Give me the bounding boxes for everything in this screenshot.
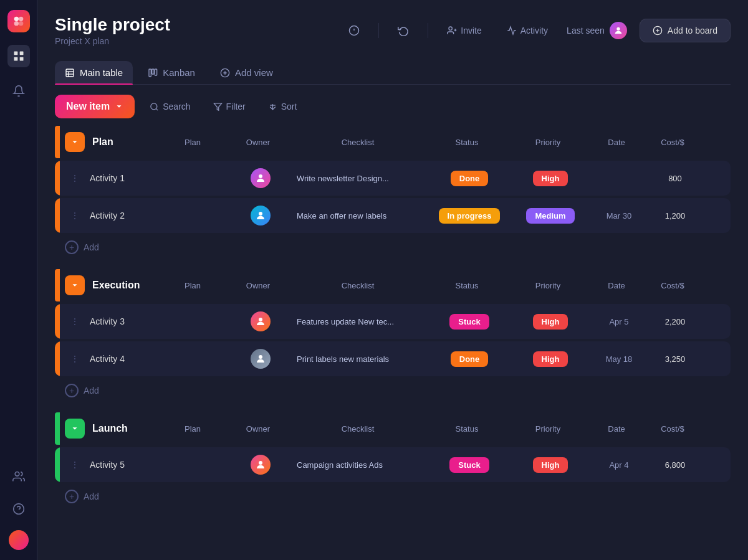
tab-main-table[interactable]: Main table (55, 61, 133, 84)
owner-avatar-activity2[interactable] (251, 206, 271, 225)
col-header-4: Status (426, 138, 507, 147)
col-headers-execution: PlanOwnerChecklistStatusPriorityDateCost… (155, 281, 726, 290)
row-status-activity3[interactable]: Stuck (429, 314, 510, 330)
row-status-activity1[interactable]: Done (429, 171, 510, 186)
row-name-activity1: Activity 1 (87, 173, 229, 183)
group-header-launch: LaunchPlanOwnerChecklistStatusPriorityDa… (55, 412, 731, 445)
col-header-2: Owner (227, 424, 289, 434)
drag-handle-activity2[interactable]: ⋮ (62, 211, 87, 221)
drag-handle-activity1[interactable]: ⋮ (62, 173, 87, 183)
priority-badge-activity1: High (533, 171, 568, 186)
svg-point-2 (14, 21, 18, 26)
tab-add-view[interactable]: Add view (210, 61, 283, 84)
group-plan: PlanPlanOwnerChecklistStatusPriorityDate… (55, 126, 731, 259)
new-item-label: New item (66, 101, 110, 112)
last-seen-button[interactable]: Last seen (567, 22, 627, 39)
row-status-activity2[interactable]: In progress (429, 208, 510, 224)
row-priority-activity1[interactable]: High (510, 171, 591, 186)
header-left: Single project Project X plan (55, 15, 170, 46)
svg-rect-26 (152, 69, 154, 74)
status-badge-activity4: Done (451, 351, 489, 367)
row-priority-activity5[interactable]: High (510, 457, 591, 473)
owner-avatar-activity1[interactable] (251, 168, 271, 188)
tab-kanban-label: Kanban (163, 67, 195, 78)
row-color-bar-activity5 (55, 447, 60, 482)
group-color-bar-execution (55, 269, 60, 301)
col-header-5: Priority (507, 281, 588, 290)
add-row-icon-launch: + (65, 490, 79, 503)
row-date-activity5: Apr 4 (591, 460, 647, 470)
user-avatar[interactable] (9, 530, 29, 550)
row-priority-activity4[interactable]: High (510, 351, 591, 367)
info-button[interactable] (342, 21, 366, 40)
row-owner-activity2 (229, 206, 292, 225)
table-row-activity5[interactable]: ⋮Activity 5Campaign activities AdsStuckH… (55, 447, 731, 482)
toolbar: New item Search Filter Sort (55, 85, 731, 126)
owner-avatar-activity5[interactable] (251, 455, 271, 475)
add-row-launch[interactable]: + Add (55, 485, 731, 508)
row-checklist-activity4: Print labels new materials (292, 354, 429, 364)
row-status-activity4[interactable]: Done (429, 351, 510, 367)
sort-button[interactable]: Sort (261, 97, 305, 116)
search-button[interactable]: Search (142, 97, 198, 116)
row-inner-activity5: ⋮Activity 5Campaign activities AdsStuckH… (60, 447, 731, 482)
drag-handle-activity3[interactable]: ⋮ (62, 316, 87, 326)
col-header-4: Status (426, 424, 507, 434)
owner-avatar-activity4[interactable] (251, 349, 271, 369)
sort-label: Sort (281, 102, 297, 112)
table-row-activity2[interactable]: ⋮Activity 2Make an offer new labelsIn pr… (55, 198, 731, 233)
col-header-2: Owner (227, 138, 289, 147)
col-header-5: Priority (507, 424, 588, 434)
refresh-button[interactable] (391, 21, 415, 40)
row-cost-activity3: 2,200 (647, 317, 703, 326)
grid-icon[interactable] (7, 45, 30, 67)
project-title: Single project (55, 15, 170, 35)
row-inner-activity3: ⋮Activity 3Features update New tec...Stu… (60, 304, 731, 339)
bell-icon[interactable] (7, 80, 30, 102)
group-execution: ExecutionPlanOwnerChecklistStatusPriorit… (55, 269, 731, 402)
activity-button[interactable]: Activity (501, 22, 554, 39)
tab-kanban[interactable]: Kanban (138, 61, 205, 84)
row-color-bar-activity1 (55, 161, 60, 196)
drag-handle-activity4[interactable]: ⋮ (62, 354, 87, 364)
group-name-execution: Execution (92, 280, 155, 291)
col-header-4: Status (426, 281, 507, 290)
add-to-board-button[interactable]: Add to board (640, 19, 731, 42)
table-row-activity1[interactable]: ⋮Activity 1Write newsletter Design...Don… (55, 161, 731, 196)
table-row-activity4[interactable]: ⋮Activity 4Print labels new materialsDon… (55, 341, 731, 376)
svg-rect-4 (14, 52, 17, 55)
status-badge-activity3: Stuck (449, 314, 489, 330)
help-icon[interactable] (7, 498, 30, 520)
svg-point-31 (151, 103, 157, 109)
filter-label: Filter (226, 102, 246, 112)
filter-button[interactable]: Filter (206, 97, 253, 116)
row-status-activity5[interactable]: Stuck (429, 457, 510, 473)
users-icon[interactable] (7, 465, 30, 488)
last-seen-avatar (610, 22, 627, 39)
row-priority-activity2[interactable]: Medium (510, 208, 591, 224)
new-item-button[interactable]: New item (55, 95, 135, 118)
svg-rect-5 (19, 52, 23, 55)
table-area: PlanPlanOwnerChecklistStatusPriorityDate… (55, 126, 731, 545)
group-toggle-launch[interactable] (65, 419, 85, 439)
add-row-plan[interactable]: + Add (55, 235, 731, 259)
row-name-activity3: Activity 3 (87, 316, 229, 326)
row-priority-activity3[interactable]: High (510, 314, 591, 330)
col-header-3: Checklist (289, 281, 426, 290)
col-headers-plan: PlanOwnerChecklistStatusPriorityDateCost… (155, 138, 726, 147)
row-date-activity4: May 18 (591, 354, 647, 364)
col-header-1: Plan (185, 138, 227, 147)
svg-point-8 (15, 472, 19, 477)
tab-add-view-label: Add view (235, 67, 273, 78)
col-header-6: Date (588, 281, 645, 290)
add-row-label-plan: Add (84, 242, 99, 252)
svg-point-39 (259, 355, 262, 359)
invite-button[interactable]: Invite (441, 22, 487, 39)
group-toggle-plan[interactable] (65, 132, 85, 152)
drag-handle-activity5[interactable]: ⋮ (62, 460, 87, 470)
row-checklist-activity2: Make an offer new labels (292, 211, 429, 221)
table-row-activity3[interactable]: ⋮Activity 3Features update New tec...Stu… (55, 304, 731, 339)
add-row-execution[interactable]: + Add (55, 379, 731, 402)
owner-avatar-activity3[interactable] (251, 311, 271, 331)
group-toggle-execution[interactable] (65, 275, 85, 295)
